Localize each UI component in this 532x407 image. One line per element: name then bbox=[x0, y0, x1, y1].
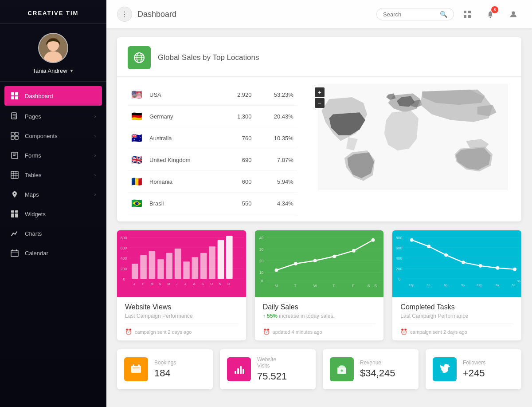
user-menu-button[interactable] bbox=[505, 6, 521, 22]
svg-text:J: J bbox=[184, 282, 186, 286]
value-cell: 1.300 bbox=[221, 106, 255, 127]
search-input[interactable] bbox=[383, 11, 436, 18]
svg-point-112 bbox=[479, 264, 482, 268]
header: ⋮ Dashboard 🔍 5 bbox=[106, 0, 532, 28]
svg-rect-132 bbox=[340, 365, 344, 367]
svg-text:12p: 12p bbox=[409, 283, 414, 287]
svg-rect-32 bbox=[468, 15, 471, 18]
svg-rect-52 bbox=[140, 255, 147, 279]
sidebar-item-charts[interactable]: Charts bbox=[0, 224, 106, 243]
sidebar-item-label: Widgets bbox=[25, 211, 96, 217]
table-row: 🇷🇴 Romania 600 5.94% bbox=[128, 171, 297, 193]
svg-rect-11 bbox=[11, 136, 14, 139]
followers-info: Followers +245 bbox=[463, 360, 514, 379]
svg-text:N: N bbox=[219, 282, 222, 286]
revenue-label: Revenue bbox=[360, 360, 411, 366]
svg-text:W: W bbox=[313, 284, 317, 288]
bookings-icon-box bbox=[124, 357, 148, 381]
main-content: ⋮ Dashboard 🔍 5 bbox=[106, 0, 532, 407]
menu-button[interactable]: ⋮ bbox=[117, 7, 132, 22]
stats-row: 800 600 400 200 0 bbox=[117, 230, 521, 340]
value-cell: 600 bbox=[221, 171, 255, 193]
svg-point-86 bbox=[294, 262, 297, 265]
daily-sales-body: Daily Sales ↑ 55% increase in today sale… bbox=[255, 297, 384, 340]
country-cell: United Kingdom bbox=[146, 149, 221, 171]
sidebar-item-widgets[interactable]: Widgets bbox=[0, 204, 106, 224]
website-views-card: 800 600 400 200 0 bbox=[117, 230, 246, 340]
completed-tasks-footer-text: campaign sent 2 days ago bbox=[410, 329, 467, 335]
svg-text:10: 10 bbox=[259, 270, 263, 275]
svg-point-108 bbox=[410, 238, 414, 242]
website-views-subtitle: Last Campaign Performance bbox=[125, 313, 238, 319]
svg-text:F: F bbox=[142, 282, 144, 286]
svg-text:400: 400 bbox=[396, 256, 403, 261]
svg-point-110 bbox=[445, 253, 448, 257]
completed-tasks-body: Completed Tasks Last Campaign Performanc… bbox=[392, 297, 521, 340]
dashboard-content: Global Sales by Top Locations 🇺🇸 USA 2.9… bbox=[106, 28, 532, 407]
table-row: 🇦🇺 Australia 760 10.35% bbox=[128, 127, 297, 149]
sidebar-item-tables[interactable]: Tables › bbox=[0, 165, 106, 185]
sidebar-item-label: Pages bbox=[25, 113, 88, 120]
svg-rect-54 bbox=[157, 259, 164, 279]
avatar[interactable] bbox=[38, 33, 68, 63]
search-icon[interactable]: 🔍 bbox=[440, 11, 447, 18]
sidebar-item-calendar[interactable]: Calendar bbox=[0, 243, 106, 263]
world-map bbox=[311, 84, 514, 190]
svg-rect-56 bbox=[175, 249, 181, 279]
sidebar-item-dashboard[interactable]: Dashboard bbox=[4, 86, 102, 106]
percent-cell: 53.23% bbox=[255, 84, 297, 106]
map-zoom-in[interactable]: + bbox=[315, 87, 325, 97]
map-zoom-out[interactable]: − bbox=[315, 98, 325, 108]
page-title: Dashboard bbox=[137, 10, 371, 19]
website-views-body: Website Views Last Campaign Performance … bbox=[117, 297, 246, 340]
sidebar-item-pages[interactable]: Pages › bbox=[0, 107, 106, 126]
svg-text:200: 200 bbox=[121, 267, 127, 271]
svg-text:9a: 9a bbox=[517, 279, 521, 283]
svg-text:800: 800 bbox=[396, 236, 403, 240]
daily-sales-subtitle: ↑ 55% increase in today sales. bbox=[263, 313, 376, 319]
svg-point-109 bbox=[427, 245, 431, 248]
sidebar: CREATIVE TIM Tania Andrew ▼ bbox=[0, 0, 106, 407]
sidebar-item-forms[interactable]: Forms › bbox=[0, 146, 106, 165]
sidebar-item-label: Components bbox=[25, 133, 88, 139]
svg-rect-6 bbox=[15, 96, 18, 99]
svg-rect-15 bbox=[13, 155, 16, 156]
brand-logo: CREATIVE TIM bbox=[0, 0, 106, 24]
svg-point-33 bbox=[490, 17, 491, 18]
clock-icon: ⏰ bbox=[263, 328, 270, 335]
website-views-footer: ⏰ campaign sent 2 days ago bbox=[125, 324, 238, 335]
maps-arrow: › bbox=[94, 192, 96, 197]
grid-view-button[interactable] bbox=[459, 6, 475, 22]
tables-icon bbox=[11, 171, 19, 179]
notifications-button[interactable]: 5 bbox=[482, 6, 498, 22]
map-controls: + − bbox=[315, 87, 325, 108]
svg-text:A: A bbox=[159, 282, 161, 286]
user-name[interactable]: Tania Andrew ▼ bbox=[33, 67, 74, 74]
charts-icon bbox=[11, 229, 19, 237]
svg-rect-55 bbox=[166, 253, 172, 279]
svg-text:S: S bbox=[202, 282, 204, 286]
pages-arrow: › bbox=[94, 114, 96, 119]
sidebar-item-components[interactable]: Components › bbox=[0, 126, 106, 146]
svg-text:0: 0 bbox=[261, 279, 263, 283]
maps-icon bbox=[11, 190, 19, 198]
forms-arrow: › bbox=[94, 153, 96, 158]
daily-sales-chart: 40 30 20 10 0 bbox=[255, 230, 384, 297]
daily-sales-card: 40 30 20 10 0 bbox=[255, 230, 384, 340]
svg-rect-126 bbox=[235, 371, 236, 374]
svg-rect-61 bbox=[218, 240, 224, 279]
website-views-footer-text: campaign sent 2 days ago bbox=[135, 329, 192, 335]
svg-rect-58 bbox=[192, 257, 199, 278]
svg-rect-60 bbox=[209, 246, 215, 279]
daily-sales-subtitle-text: increase in today sales. bbox=[279, 313, 334, 319]
value-cell: 550 bbox=[221, 193, 255, 214]
sidebar-item-maps[interactable]: Maps › bbox=[0, 185, 106, 204]
svg-text:T: T bbox=[294, 284, 297, 288]
svg-rect-59 bbox=[200, 253, 207, 279]
components-arrow: › bbox=[94, 134, 96, 138]
svg-text:M: M bbox=[151, 282, 153, 286]
svg-point-124 bbox=[138, 364, 140, 367]
percent-cell: 7.87% bbox=[255, 149, 297, 171]
bottom-stats-row: Bookings 184 WebsiteVisits 75.521 bbox=[117, 349, 521, 389]
country-cell: Germany bbox=[146, 106, 221, 127]
